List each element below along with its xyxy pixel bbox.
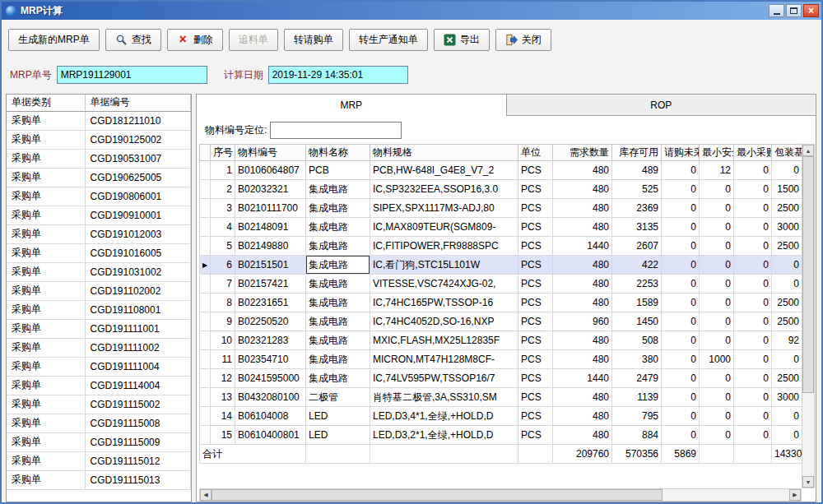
- window-title: MRP计算: [21, 4, 769, 18]
- cell-on-order-qty: 0: [662, 161, 700, 180]
- cell-material-name[interactable]: 集成电路: [306, 294, 370, 312]
- cell-material-code: B0610400801: [235, 426, 306, 445]
- cell-material-name[interactable]: 集成电路: [306, 275, 370, 294]
- cell-material-name[interactable]: LED: [306, 407, 370, 426]
- cell-sn: 14: [211, 407, 235, 426]
- cell-material-code: B0432080100: [235, 388, 306, 407]
- delete-button[interactable]: × 删除: [167, 29, 223, 51]
- vertical-scroll-thumb[interactable]: [802, 156, 814, 393]
- order-row[interactable]: 采购单 CGD191115008: [7, 414, 191, 432]
- cell-doc-no: CGD191111004: [85, 357, 191, 376]
- order-row[interactable]: 采购单 CGD191111001: [7, 319, 191, 338]
- order-row[interactable]: 采购单 CGD191111002: [7, 338, 191, 357]
- maximize-button[interactable]: [786, 4, 802, 17]
- mrp-row[interactable]: 12 B0241595000 集成电路 IC,74LV595PW,TSSOP16…: [200, 369, 802, 388]
- cell-material-name[interactable]: 集成电路: [306, 237, 370, 256]
- mrp-row[interactable]: 2 B02032321 集成电路 IC,SP3232EEA,SSOP16,3.0…: [200, 180, 802, 199]
- cell-doc-no: CGD191115002: [85, 395, 191, 414]
- order-row[interactable]: 采购单 CGD190531007: [7, 149, 191, 168]
- cell-material-name[interactable]: 集成电路: [306, 312, 370, 331]
- horizontal-scroll-thumb[interactable]: [212, 489, 663, 501]
- mrp-row[interactable]: 4 B02148091 集成电路 IC,MAX809TEUR(SGM809- P…: [200, 218, 802, 237]
- order-row[interactable]: 采购单 CGD191114004: [7, 376, 191, 395]
- mrp-row[interactable]: 3 B0210111700 集成电路 SIPEX,SPX1117M3-ADJ,8…: [200, 199, 802, 218]
- horizontal-scrollbar[interactable]: ◀ ▶: [199, 488, 802, 502]
- cell-material-name[interactable]: 集成电路: [306, 350, 370, 369]
- order-row[interactable]: 采购单 CGD181211010: [7, 111, 191, 130]
- mrp-header-row: 序号 物料编号 物料名称 物料规格 单位 需求数量 库存可用 请购未采购 最小安…: [200, 145, 802, 161]
- cell-material-name[interactable]: LED: [306, 426, 370, 445]
- cell-unit: PCS: [518, 407, 553, 426]
- order-row[interactable]: 采购单 CGD190125002: [7, 130, 191, 149]
- order-row[interactable]: 采购单 CGD190910001: [7, 206, 191, 224]
- calc-date-input[interactable]: [268, 66, 408, 84]
- cell-min-safety: 0: [700, 199, 734, 218]
- scroll-down-icon[interactable]: ▼: [802, 476, 814, 488]
- cell-min-safety: 0: [700, 218, 734, 237]
- scroll-right-icon[interactable]: ▶: [789, 489, 801, 501]
- mrp-row[interactable]: 1 B0106064807 PCB PCB,HW-648I_G4E8_V7_2 …: [200, 161, 802, 180]
- cell-min-purchase: 0: [734, 369, 772, 388]
- titlebar[interactable]: MRP计算 ×: [2, 2, 821, 20]
- export-button[interactable]: 导出: [434, 29, 490, 51]
- vertical-scrollbar[interactable]: ▲ ▼: [802, 144, 815, 488]
- cell-material-name[interactable]: 集成电路: [306, 180, 370, 199]
- cell-required-qty: 480: [553, 426, 612, 445]
- order-row[interactable]: 采购单 CGD190806001: [7, 187, 191, 206]
- cell-min-purchase: 0: [734, 312, 772, 331]
- mrp-row[interactable]: 8 B02231651 集成电路 IC,74HC165PW,TSSOP-16 P…: [200, 294, 802, 312]
- cell-material-name[interactable]: 集成电路: [306, 369, 370, 388]
- total-row: 合计 209760 570356 5869 14330: [200, 445, 802, 464]
- order-row[interactable]: 采购单 CGD191031002: [7, 262, 191, 281]
- mrp-row[interactable]: 10 B02321283 集成电路 MXIC,FLASH,MX25L12835F…: [200, 331, 802, 350]
- cell-sn: 3: [211, 199, 235, 218]
- mrp-row[interactable]: 9 B02250520 集成电路 IC,74HC4052D,SO-16,NXP …: [200, 312, 802, 331]
- cell-pack-base: 3000: [772, 388, 802, 407]
- to-production-notice-button[interactable]: 转生产通知单: [349, 29, 428, 51]
- mrp-row[interactable]: 13 B0432080100 二极管 肖特基二极管,3A,SS310,SM PC…: [200, 388, 802, 407]
- mrp-row[interactable]: 11 B02354710 集成电路 MICRON,MT47H128M8CF- P…: [200, 350, 802, 369]
- tab-rop[interactable]: ROP: [507, 94, 817, 116]
- scroll-left-icon[interactable]: ◀: [200, 489, 212, 501]
- order-row[interactable]: 采购单 CGD191108001: [7, 300, 191, 319]
- cell-material-spec: IC,SP3232EEA,SSOP16,3.0: [370, 180, 518, 199]
- order-row[interactable]: 采购单 CGD191115009: [7, 432, 191, 451]
- cell-material-name[interactable]: 集成电路: [306, 256, 370, 275]
- cell-material-name[interactable]: 集成电路: [306, 331, 370, 350]
- cell-material-spec: IC,看门狗,STC15L101W: [370, 256, 518, 275]
- order-row[interactable]: 采购单 CGD191012003: [7, 224, 191, 243]
- order-row[interactable]: 采购单 CGD191115013: [7, 470, 191, 489]
- mrp-row[interactable]: ▶ 6 B02151501 集成电路 IC,看门狗,STC15L101W PCS…: [200, 256, 802, 275]
- mrp-row[interactable]: 7 B02157421 集成电路 VITESSE,VSC7424XJG-02, …: [200, 275, 802, 294]
- find-button[interactable]: 查找: [105, 29, 161, 51]
- material-locator-input[interactable]: [270, 122, 402, 139]
- order-row[interactable]: 采购单 CGD191115002: [7, 395, 191, 414]
- cell-material-name[interactable]: PCB: [306, 161, 370, 180]
- close-window-button[interactable]: 关闭: [495, 29, 551, 51]
- tab-mrp[interactable]: MRP: [196, 94, 507, 116]
- order-row[interactable]: 采购单 CGD191016005: [7, 243, 191, 262]
- order-row[interactable]: 采购单 CGD191115012: [7, 451, 191, 470]
- cell-material-name[interactable]: 集成电路: [306, 218, 370, 237]
- horizontal-scroll-track[interactable]: [212, 489, 789, 501]
- cell-material-name[interactable]: 二极管: [306, 388, 370, 407]
- mrp-row[interactable]: 15 B0610400801 LED LED,D3,2*1,全绿,+HOLD,D…: [200, 426, 802, 445]
- vertical-scroll-track[interactable]: [802, 156, 814, 476]
- scroll-up-icon[interactable]: ▲: [802, 145, 814, 156]
- minimize-button[interactable]: [769, 4, 784, 17]
- mrp-row[interactable]: 14 B06104008 LED LED,D3,4*1,全绿,+HOLD,D P…: [200, 407, 802, 426]
- trace-order-button[interactable]: 追料单: [229, 29, 278, 51]
- cell-material-name[interactable]: 集成电路: [306, 199, 370, 218]
- order-row[interactable]: 采购单 CGD190625005: [7, 168, 191, 187]
- row-indicator: [200, 407, 211, 426]
- close-button[interactable]: ×: [803, 4, 819, 17]
- cell-min-purchase: 0: [734, 388, 772, 407]
- mrp-no-input[interactable]: [57, 66, 207, 84]
- order-row[interactable]: 采购单 CGD191102002: [7, 281, 191, 300]
- mrp-row[interactable]: 5 B02149880 集成电路 IC,FITIPOWER,FR9888SPC …: [200, 237, 802, 256]
- order-row[interactable]: 采购单 CGD191111004: [7, 357, 191, 376]
- new-mrp-button[interactable]: 生成新的MRP单: [8, 29, 100, 51]
- mrp-table: 序号 物料编号 物料名称 物料规格 单位 需求数量 库存可用 请购未采购 最小安…: [199, 144, 802, 464]
- cell-unit: PCS: [518, 331, 553, 350]
- to-purchase-request-button[interactable]: 转请购单: [284, 29, 343, 51]
